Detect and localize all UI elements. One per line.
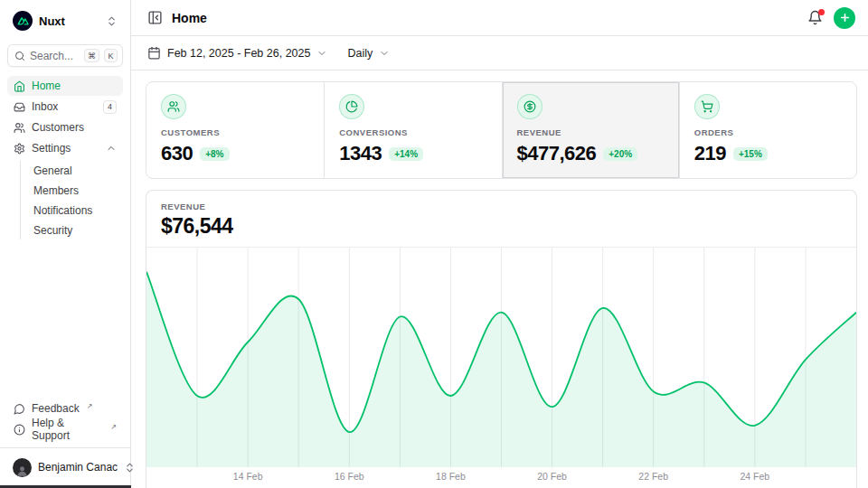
stat-card-conversions[interactable]: CONVERSIONS 1343 +14% — [324, 82, 501, 178]
sidebar-item-general[interactable]: General — [28, 161, 123, 180]
sidebar-item-help-support[interactable]: Help & Support ↗ — [7, 419, 123, 439]
x-tick-label: 18 Feb — [436, 471, 466, 482]
shopping-cart-icon — [694, 94, 720, 119]
delta-badge: +8% — [200, 147, 229, 161]
settings-submenu: General Members Notifications Security — [20, 161, 123, 239]
user-name: Benjamin Canac — [38, 461, 118, 474]
sidebar-item-members[interactable]: Members — [28, 181, 123, 200]
page-header: Home — [131, 0, 868, 36]
chevron-down-icon — [316, 48, 327, 59]
main-panel: Home Feb 12, 2025 - Feb 26, 2025 — [131, 0, 868, 488]
stat-label: CUSTOMERS — [161, 127, 309, 137]
sidebar-item-inbox[interactable]: Inbox 4 — [7, 97, 123, 117]
sidebar-item-feedback[interactable]: Feedback ↗ — [7, 399, 123, 418]
sidebar-item-label: Home — [32, 80, 117, 92]
chart-header: REVENUE $76,544 — [146, 191, 856, 248]
submenu-label: Members — [33, 184, 79, 197]
divider — [0, 447, 130, 448]
avatar — [13, 458, 32, 477]
x-tick-label: 16 Feb — [335, 471, 364, 482]
x-tick-label: 22 Feb — [638, 471, 668, 482]
inbox-icon — [14, 101, 25, 113]
user-menu[interactable]: Benjamin Canac — [7, 454, 123, 481]
delta-badge: +14% — [389, 147, 423, 161]
home-icon — [14, 80, 25, 92]
external-link-icon: ↗ — [110, 423, 117, 431]
users-icon — [161, 94, 186, 119]
stat-card-customers[interactable]: CUSTOMERS 630 +8% — [146, 82, 324, 178]
stat-label: CONVERSIONS — [339, 127, 486, 137]
x-tick-label: 14 Feb — [233, 471, 263, 482]
stat-value: 219 — [694, 142, 726, 165]
sidebar-item-label: Feedback — [32, 402, 80, 415]
filters-toolbar: Feb 12, 2025 - Feb 26, 2025 Daily — [131, 36, 868, 70]
stat-label: REVENUE — [517, 127, 665, 137]
x-tick-label: 24 Feb — [740, 471, 769, 482]
plus-icon — [839, 12, 851, 23]
stat-card-orders[interactable]: ORDERS 219 +15% — [679, 82, 856, 178]
chart-x-axis: 14 Feb16 Feb18 Feb20 Feb22 Feb24 Feb — [146, 467, 856, 486]
sidebar-collapse-button[interactable] — [147, 10, 163, 25]
sidebar-footer: Feedback ↗ Help & Support ↗ Benjamin Can… — [7, 399, 123, 481]
stat-value: 630 — [161, 142, 193, 165]
kbd-cmd: ⌘ — [84, 49, 99, 62]
sidebar-item-settings[interactable]: Settings — [7, 138, 123, 158]
search-placeholder: Search... — [30, 50, 80, 62]
message-bubble-icon — [14, 403, 25, 415]
sidebar-item-label: Customers — [32, 121, 117, 134]
date-range-value: Feb 12, 2025 - Feb 26, 2025 — [167, 47, 310, 60]
gear-icon — [14, 143, 25, 155]
nuxt-logo-icon — [13, 11, 33, 31]
sidebar-item-label: Help & Support — [32, 417, 103, 442]
delta-badge: +15% — [733, 147, 768, 161]
brand-name: Nuxt — [39, 14, 99, 28]
search-icon — [14, 51, 25, 61]
sidebar-item-notifications[interactable]: Notifications — [28, 201, 123, 220]
app-window: Nuxt Search... ⌘ K Home Inbox 4 — [0, 0, 868, 488]
chevron-down-icon — [379, 48, 390, 59]
delta-badge: +20% — [603, 147, 637, 161]
sidebar-nav: Home Inbox 4 Customers Settings General — [7, 76, 123, 241]
sidebar-item-home[interactable]: Home — [7, 76, 123, 96]
dashboard-content: CUSTOMERS 630 +8% CONVERSIONS 1343 +14% — [131, 70, 868, 488]
search-input[interactable]: Search... ⌘ K — [7, 44, 123, 67]
stat-value: 1343 — [339, 142, 382, 165]
panel-left-close-icon — [147, 10, 163, 25]
stat-label: ORDERS — [694, 127, 842, 137]
submenu-label: Notifications — [33, 204, 92, 217]
revenue-area-chart[interactable] — [146, 248, 856, 467]
circle-dollar-icon — [517, 94, 542, 119]
users-icon — [14, 122, 25, 134]
stat-card-revenue[interactable]: REVENUE $477,626 +20% — [502, 82, 679, 178]
notifications-button[interactable] — [807, 10, 823, 25]
period-select[interactable]: Daily — [347, 47, 390, 60]
calendar-icon — [147, 46, 161, 60]
stat-value: $477,626 — [517, 142, 597, 165]
external-link-icon: ↗ — [87, 402, 93, 410]
notification-dot — [818, 9, 825, 15]
inbox-count-badge: 4 — [103, 100, 117, 114]
x-tick-label: 20 Feb — [537, 471, 567, 482]
chart-label: REVENUE — [161, 202, 842, 211]
chart-pie-icon — [339, 94, 364, 119]
revenue-chart-card: REVENUE $76,544 14 Feb16 Feb18 Feb20 Feb… — [146, 190, 857, 488]
chevron-up-icon — [106, 143, 117, 154]
kbd-k: K — [104, 49, 118, 62]
chevrons-up-down-icon — [106, 15, 118, 27]
add-button[interactable] — [834, 7, 855, 29]
page-title: Home — [172, 11, 207, 25]
date-range-picker[interactable]: Feb 12, 2025 - Feb 26, 2025 — [147, 46, 327, 60]
sidebar-item-label: Inbox — [32, 100, 97, 113]
stats-row: CUSTOMERS 630 +8% CONVERSIONS 1343 +14% — [146, 81, 857, 179]
team-switcher[interactable]: Nuxt — [7, 9, 123, 33]
period-value: Daily — [347, 47, 373, 60]
sidebar: Nuxt Search... ⌘ K Home Inbox 4 — [0, 0, 131, 488]
info-circle-icon — [14, 424, 25, 436]
chart-value: $76,544 — [161, 214, 842, 239]
sidebar-item-label: Settings — [32, 142, 99, 155]
sidebar-item-customers[interactable]: Customers — [7, 117, 123, 137]
sidebar-item-security[interactable]: Security — [28, 221, 123, 239]
submenu-label: General — [33, 164, 72, 177]
submenu-label: Security — [33, 224, 72, 237]
